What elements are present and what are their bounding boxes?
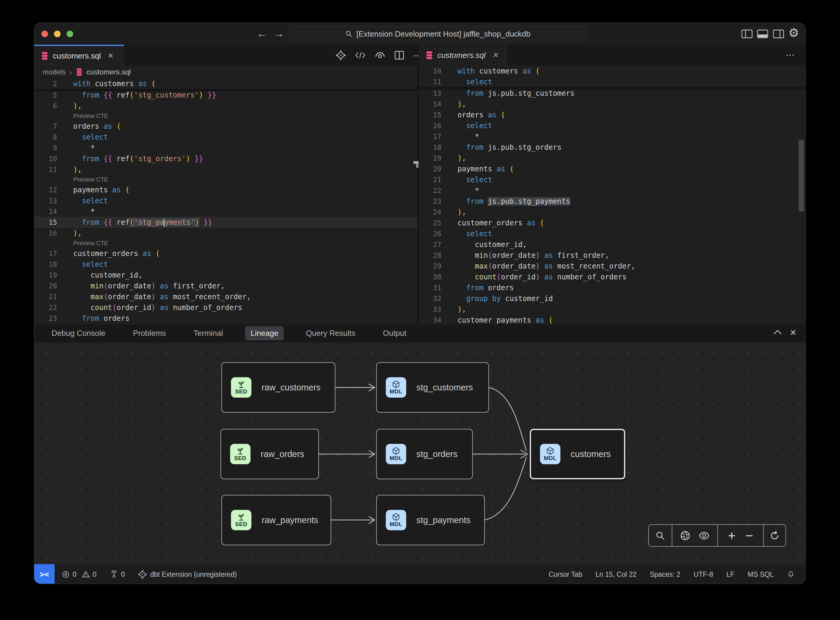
minimize-window-button[interactable]	[54, 31, 61, 37]
code-line[interactable]: 2with customers as (	[34, 78, 417, 89]
code-line[interactable]: 22 *	[419, 185, 806, 196]
code-line[interactable]: 13 select	[34, 196, 417, 206]
zoom-in-icon[interactable]: +	[728, 529, 736, 542]
code-line[interactable]: 30 count(order_id) as number_of_orders	[419, 272, 806, 282]
toggle-primary-sidebar-icon[interactable]	[741, 29, 753, 38]
eye-icon[interactable]	[699, 531, 710, 540]
code-line[interactable]: 19 customer_id,	[34, 270, 417, 281]
lineage-node-customers[interactable]: MDLcustomers	[530, 429, 625, 479]
code-line[interactable]: 17 *	[419, 131, 806, 142]
lineage-node-stg_orders[interactable]: MDLstg_orders	[376, 429, 473, 479]
zoom-out-icon[interactable]: −	[745, 529, 753, 542]
more-actions-icon[interactable]: ⋯	[786, 50, 796, 60]
refresh-icon[interactable]	[769, 531, 780, 541]
code-line[interactable]: 10with customers as (	[419, 66, 806, 77]
code-line[interactable]: 34customer_payments as (	[419, 315, 806, 324]
toggle-secondary-sidebar-icon[interactable]	[772, 29, 784, 38]
code-line[interactable]: 33),	[419, 304, 806, 315]
settings-gear-icon[interactable]: ⚙	[788, 26, 799, 40]
code-line[interactable]: 20payments as (	[419, 164, 806, 175]
code-line[interactable]: 7orders as (	[34, 121, 417, 132]
panel-close-icon[interactable]: ✕	[790, 328, 796, 338]
editor-left[interactable]: models › customers.sql 2with customers a…	[34, 66, 417, 324]
panel-tab-terminal[interactable]: Terminal	[188, 326, 228, 340]
code-line[interactable]: 8 select	[34, 132, 417, 143]
back-arrow-icon[interactable]: ←	[257, 28, 267, 39]
breadcrumb-folder[interactable]: models	[43, 68, 66, 76]
close-tab-icon[interactable]: ✕	[492, 51, 498, 59]
tab-customers-sql-left[interactable]: customers.sql ✕	[34, 45, 124, 66]
status-item-ln-15-col-22[interactable]: Ln 15, Col 22	[595, 570, 637, 579]
code-line[interactable]: 19),	[419, 153, 806, 164]
toggle-panel-icon[interactable]	[757, 29, 769, 38]
code-line[interactable]: 27 customer_id,	[419, 239, 806, 250]
panel-tab-problems[interactable]: Problems	[128, 326, 171, 340]
lineage-node-stg_customers[interactable]: MDLstg_customers	[376, 362, 489, 412]
code-line[interactable]: 20 min(order_date) as first_order,	[34, 281, 417, 291]
bell-icon[interactable]	[787, 570, 795, 579]
search-icon[interactable]	[655, 531, 666, 541]
code-line[interactable]: 14),	[419, 99, 806, 110]
panel-tab-debug-console[interactable]: Debug Console	[46, 326, 111, 340]
command-center-search[interactable]: [Extension Development Host] jaffle_shop…	[289, 26, 586, 42]
lineage-node-raw_payments[interactable]: SEDraw_payments	[221, 495, 331, 545]
code-line[interactable]: 13 from js.pub.stg_customers	[419, 88, 806, 99]
code-line[interactable]: 16 select	[419, 120, 806, 131]
code-line[interactable]: 18 select	[34, 259, 417, 270]
breadcrumb-file[interactable]: customers.sql	[86, 68, 131, 76]
code-line[interactable]: 24),	[419, 207, 806, 218]
close-tab-icon[interactable]: ✕	[107, 52, 113, 60]
panel-collapse-chevron-icon[interactable]	[773, 329, 782, 336]
split-editor-icon[interactable]	[395, 51, 404, 60]
codelens-preview-cte[interactable]: Preview CTE	[34, 175, 417, 185]
code-line[interactable]: 28 min(order_date) as first_order,	[419, 250, 806, 261]
code-line[interactable]: 21 select	[419, 175, 806, 185]
lineage-panel[interactable]: SEDraw_customersMDLstg_customersSEDraw_o…	[34, 342, 805, 564]
code-line[interactable]: 25customer_orders as (	[419, 218, 806, 229]
dbt-logo-icon[interactable]	[336, 50, 346, 60]
panel-tab-lineage[interactable]: Lineage	[245, 326, 284, 340]
ports-status[interactable]: 0	[110, 570, 125, 579]
code-line[interactable]: 15 from {{ ref('stg_payments') }}	[34, 217, 417, 228]
close-window-button[interactable]	[41, 31, 48, 37]
tab-customers-sql-right-preview[interactable]: customers.sql ✕	[419, 45, 507, 66]
code-line[interactable]: 22 count(order_id) as number_of_orders	[34, 302, 417, 313]
status-item-ms-sql[interactable]: MS SQL	[748, 570, 774, 579]
open-preview-eye-icon[interactable]	[375, 51, 386, 59]
panel-tab-query-results[interactable]: Query Results	[301, 326, 361, 340]
code-line[interactable]: 10 from {{ ref('stg_orders') }}	[34, 153, 417, 164]
inline-code-icon[interactable]	[355, 51, 366, 60]
code-line[interactable]: 32 group by customer_id	[419, 293, 806, 304]
code-line[interactable]: 11),	[34, 164, 417, 175]
status-item-utf-8[interactable]: UTF-8	[694, 570, 713, 579]
code-line[interactable]: 18 from js.pub.stg_orders	[419, 142, 806, 153]
code-line[interactable]: 29 max(order_date) as most_recent_order,	[419, 261, 806, 272]
code-line[interactable]: 15orders as (	[419, 110, 806, 120]
vertical-scrollbar-thumb[interactable]	[799, 140, 804, 211]
zoom-window-button[interactable]	[67, 31, 73, 37]
code-line[interactable]: 5 from {{ ref('stg_customers') }}	[34, 90, 417, 101]
code-line[interactable]: 9 *	[34, 143, 417, 153]
code-line[interactable]: 26 select	[419, 229, 806, 239]
aperture-icon[interactable]	[680, 530, 691, 541]
dbt-extension-status[interactable]: dbt Extension (unregistered)	[138, 570, 237, 579]
panel-tab-output[interactable]: Output	[378, 326, 412, 340]
code-line[interactable]: 23 from js.pub.stg_payments	[419, 196, 806, 207]
breadcrumb[interactable]: models › customers.sql	[34, 66, 417, 78]
code-line[interactable]: 31 from orders	[419, 282, 806, 293]
code-line[interactable]: 12payments as (	[34, 185, 417, 196]
remote-indicator[interactable]: ><	[34, 564, 55, 584]
code-line[interactable]: 21 max(order_date) as most_recent_order,	[34, 291, 417, 302]
status-item-cursor-tab[interactable]: Cursor Tab	[549, 570, 582, 579]
lineage-node-stg_payments[interactable]: MDLstg_payments	[376, 495, 485, 545]
lineage-node-raw_orders[interactable]: SEDraw_orders	[221, 429, 319, 479]
codelens-preview-cte[interactable]: Preview CTE	[34, 111, 417, 121]
editor-right[interactable]: 10with customers as (11 select 13 from j…	[419, 66, 806, 324]
code-line[interactable]: 11 select	[419, 77, 806, 87]
codelens-preview-cte[interactable]: Preview CTE	[34, 239, 417, 248]
status-item-spaces-2[interactable]: Spaces: 2	[650, 570, 681, 579]
lineage-node-raw_customers[interactable]: SEDraw_customers	[221, 362, 335, 412]
code-line[interactable]: 23 from orders	[34, 313, 417, 324]
code-line[interactable]: 16),	[34, 228, 417, 239]
code-line[interactable]: 14 *	[34, 206, 417, 217]
